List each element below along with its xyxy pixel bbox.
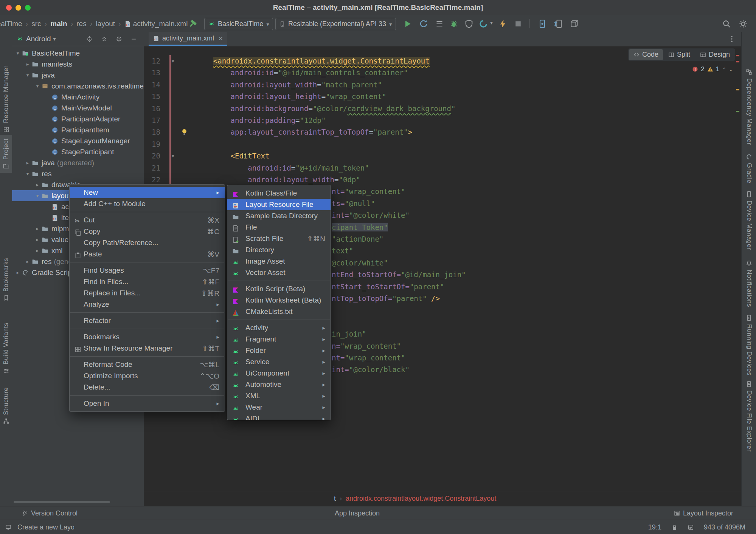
tree-item-res[interactable]: ▾res [12, 168, 144, 179]
tool-window-version-control[interactable]: Version Control [22, 506, 78, 520]
code-line-35[interactable]: in_join" [332, 328, 366, 340]
menu-item-cut[interactable]: ✂Cut⌘X [70, 214, 225, 226]
code-line-15[interactable]: android:layout_height="wrap_content" [196, 91, 386, 102]
sync-project-button[interactable] [554, 19, 563, 28]
tree-chevron-icon[interactable]: ▾ [33, 83, 42, 89]
profile-bolt-button[interactable] [498, 19, 508, 28]
tab-activity-main-xml[interactable]: activity_main.xml × [149, 32, 227, 46]
tree-item-participantadapter[interactable]: CParticipantAdapter [12, 113, 144, 124]
code-line-12[interactable]: <androidx.constraintlayout.widget.Constr… [196, 55, 430, 67]
menu-item-scratch-file[interactable]: Scratch File⇧⌘N [227, 233, 331, 244]
code-line-30[interactable]: ntEnd_toStartOf="@id/main_join" [332, 269, 466, 281]
stripe-button-device-manager[interactable]: Device Manager [742, 192, 756, 249]
breadcrumb-item-main[interactable]: main [50, 20, 67, 28]
debug-button[interactable] [449, 19, 458, 28]
code-line-38[interactable]: int="@color/black" [332, 364, 410, 376]
tree-chevron-icon[interactable]: ▸ [23, 61, 32, 67]
breadcrumb-item-src[interactable]: src [31, 20, 41, 28]
layout-inspector-toolbar-button[interactable] [570, 19, 579, 28]
error-stripe-mark[interactable] [736, 61, 739, 62]
device-manager-button[interactable] [538, 19, 547, 28]
run-button[interactable] [403, 19, 412, 28]
line-number-18[interactable]: 18 [144, 126, 160, 138]
breadcrumb-item-realtime[interactable]: RealTime [0, 20, 22, 28]
tool-window-app-inspection[interactable]: App Inspection [335, 506, 380, 520]
code-line-24[interactable]: ts="@null" [332, 198, 375, 210]
typo-stripe-mark[interactable] [736, 111, 739, 112]
tool-window-layout-inspector[interactable]: Layout Inspector [674, 506, 733, 520]
tree-item-participantitem[interactable]: CParticipantItem [12, 124, 144, 135]
code-line-13[interactable]: android:id="@+id/main_controls_container… [196, 67, 408, 79]
menu-item-delete[interactable]: Delete...⌫ [70, 382, 225, 393]
tool-window-quick-access-icon[interactable] [5, 524, 11, 530]
line-number-12[interactable]: 12 [144, 55, 160, 67]
menu-item-folder[interactable]: Folder▸ [227, 345, 331, 356]
stripe-button-device-file-explorer[interactable]: Device File Explorer [742, 379, 756, 453]
run-with-coverage-button[interactable] [435, 19, 444, 28]
code-line-17[interactable]: android:padding="12dp" [196, 115, 326, 126]
code-line-21[interactable]: android:id="@+id/main_token" [196, 162, 369, 174]
project-view-select[interactable]: Android [26, 35, 51, 43]
target-device-select[interactable]: Resizable (Experimental) API 33 ▾ [275, 18, 396, 30]
tree-chevron-icon[interactable]: ▸ [33, 237, 42, 242]
code-line-28[interactable]: text" [332, 245, 353, 257]
menu-item-optimize-imports[interactable]: Optimize Imports⌃⌥O [70, 370, 225, 382]
stripe-button-bookmarks[interactable]: Bookmarks [0, 261, 12, 298]
breadcrumb-item-res[interactable]: res [76, 20, 86, 28]
search-everywhere-button[interactable] [722, 19, 731, 28]
tree-chevron-icon[interactable]: ▾ [23, 72, 32, 78]
stripe-button-gradle[interactable]: Gradle [742, 152, 756, 185]
menu-item-copy-path-reference[interactable]: Copy Path/Reference... [70, 237, 225, 248]
stripe-button-resource-manager[interactable]: Resource Manager [0, 65, 12, 134]
code-line-27[interactable]: "actionDone" [332, 233, 383, 245]
select-opened-file-button[interactable] [86, 36, 93, 42]
code-line-36[interactable]: n="wrap_content" [332, 340, 401, 352]
settings-button[interactable] [739, 19, 748, 28]
warning-stripe-mark[interactable] [736, 89, 739, 90]
stripe-button-notifications[interactable]: Notifications [742, 257, 756, 310]
menu-item-xml[interactable]: XML▸ [227, 390, 331, 402]
editor-options-icon[interactable] [728, 35, 736, 43]
tree-chevron-icon[interactable]: ▾ [14, 50, 22, 56]
menu-item-paste[interactable]: Paste⌘V [70, 248, 225, 260]
menu-item-new[interactable]: New▸ [70, 187, 225, 198]
tree-item-mainviewmodel[interactable]: CMainViewModel [12, 102, 144, 113]
code-line-32[interactable]: ntTop_toTopOf="parent" /> [332, 293, 440, 304]
tree-item-mainactivity[interactable]: CMainActivity [12, 92, 144, 102]
menu-item-find-in-files[interactable]: Find in Files...⇧⌘F [70, 276, 225, 287]
apply-changes-button[interactable] [419, 19, 428, 28]
menu-item-directory[interactable]: Directory [227, 244, 331, 256]
stripe-button-build-variants[interactable]: Build Variants [0, 322, 12, 375]
line-number-13[interactable]: 13 [144, 67, 160, 79]
error-stripe-mark[interactable] [736, 55, 739, 56]
menu-item-find-usages[interactable]: Find Usages⌥F7 [70, 265, 225, 276]
line-number-16[interactable]: 16 [144, 103, 160, 115]
build-hammer-button[interactable] [188, 19, 197, 28]
tree-item-java-generated[interactable]: ▸java(generated) [12, 157, 144, 168]
quickfix-bulb-icon[interactable] [181, 128, 188, 135]
fold-marker-icon[interactable]: ▾ [172, 150, 174, 162]
menu-item-analyze[interactable]: Analyze▸ [70, 299, 225, 310]
horizontal-scrollbar-thumb[interactable] [14, 501, 110, 503]
code-line-23[interactable]: nt="wrap_content" [332, 186, 405, 197]
tree-chevron-icon[interactable]: ▸ [33, 248, 42, 253]
memory-indicator[interactable]: 943 of 4096M [704, 523, 745, 531]
run-configuration-select[interactable]: BasicRealTime ▾ [204, 18, 273, 30]
tree-item-com-amazonaws-ivs-realtime[interactable]: ▾com.amazonaws.ivs.realtime [12, 81, 144, 92]
menu-item-sample-data-directory[interactable]: Sample Data Directory [227, 210, 331, 222]
menu-item-copy[interactable]: Copy⌘C [70, 226, 225, 237]
stripe-button-project[interactable]: Project [0, 135, 12, 173]
hide-panel-button[interactable] [130, 36, 137, 42]
chevron-down-icon[interactable]: ▾ [53, 36, 56, 42]
menu-item-reformat-code[interactable]: Reformat Code⌥⌘L [70, 359, 225, 370]
breadcrumb-item-layout[interactable]: layout [96, 20, 115, 28]
line-number-17[interactable]: 17 [144, 115, 160, 126]
menu-item-image-asset[interactable]: Image Asset [227, 256, 331, 267]
menu-item-aidl[interactable]: AIDL▸ [227, 413, 331, 420]
line-number-19[interactable]: 19 [144, 138, 160, 150]
tree-item-java[interactable]: ▾java [12, 70, 144, 81]
tree-chevron-icon[interactable]: ▾ [33, 193, 42, 199]
profiler-chevron-icon[interactable]: ▾ [490, 19, 495, 28]
menu-item-kotlin-script-beta[interactable]: Kotlin Script (Beta) [227, 283, 331, 295]
stop-button[interactable] [514, 19, 523, 28]
